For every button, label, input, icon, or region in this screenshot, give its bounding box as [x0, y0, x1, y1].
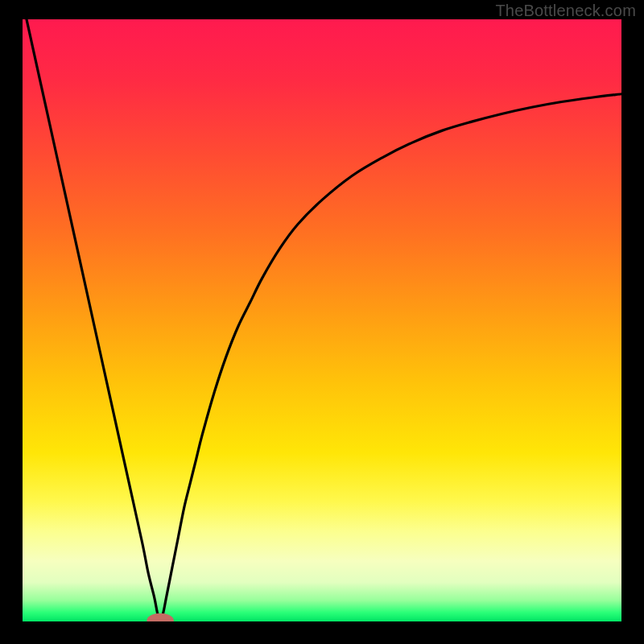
attribution-text: TheBottleneck.com	[495, 2, 636, 20]
plot-area	[23, 19, 621, 621]
chart-svg	[23, 19, 621, 621]
chart-frame: TheBottleneck.com	[0, 0, 644, 644]
gradient-background	[23, 19, 621, 621]
